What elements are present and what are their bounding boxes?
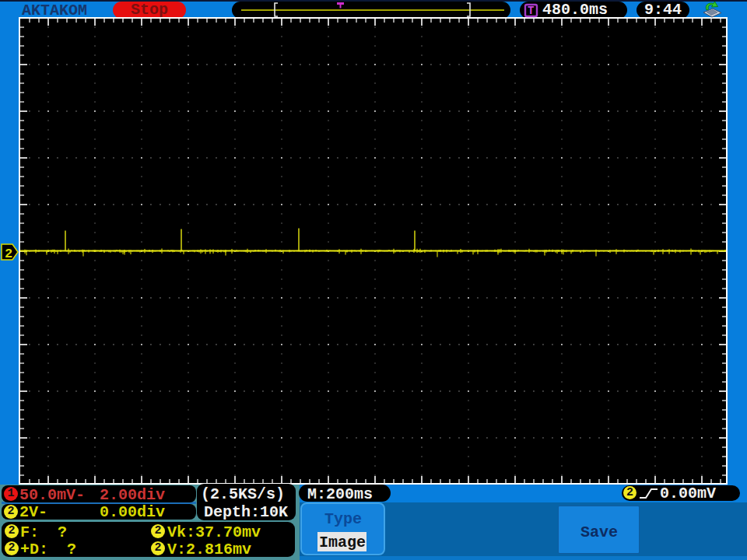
svg-text:2: 2 [5,247,12,261]
svg-text:T: T [528,5,534,17]
